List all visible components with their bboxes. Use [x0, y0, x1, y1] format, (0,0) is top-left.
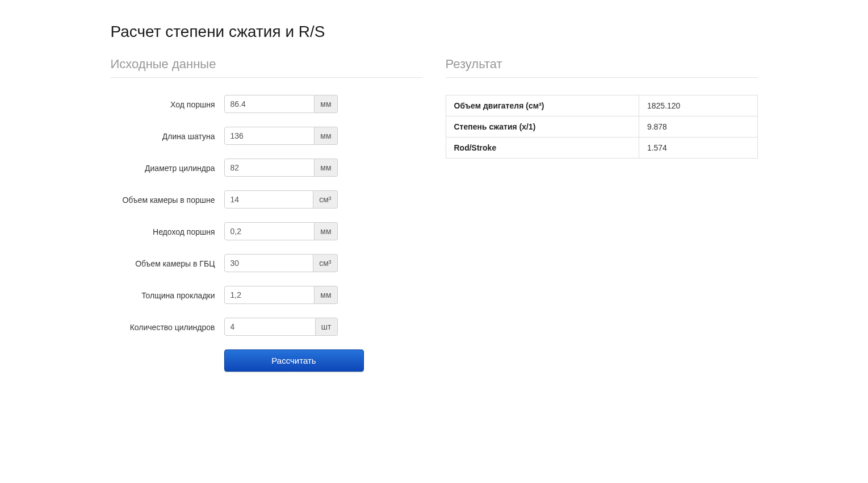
table-row: Степень сжатия (x/1) 9.878 [446, 116, 757, 138]
piston-chamber-input[interactable] [224, 190, 314, 209]
piston-chamber-unit: см³ [313, 190, 337, 209]
bore-label: Диаметр цилиндра [111, 159, 224, 174]
compression-value: 9.878 [639, 116, 757, 138]
deck-clearance-unit: мм [315, 222, 337, 240]
result-table: Объем двигателя (см³) 1825.120 Степень с… [446, 95, 758, 159]
stroke-unit: мм [315, 95, 337, 113]
stroke-label: Ход поршня [111, 95, 224, 111]
input-section-header: Исходные данные [111, 57, 423, 78]
rod-length-label: Длина шатуна [111, 127, 224, 143]
displacement-value: 1825.120 [639, 95, 757, 116]
page-title: Расчет степени сжатия и R/S [111, 23, 758, 41]
table-row: Rod/Stroke 1.574 [446, 138, 757, 159]
compression-label: Степень сжатия (x/1) [446, 116, 639, 138]
gasket-thickness-input[interactable] [224, 286, 315, 304]
rod-stroke-value: 1.574 [639, 138, 757, 159]
result-column: Результат Объем двигателя (см³) 1825.120… [446, 57, 758, 372]
deck-clearance-input[interactable] [224, 222, 315, 240]
input-column: Исходные данные Ход поршня мм Длина шату… [111, 57, 423, 372]
deck-clearance-label: Недоход поршня [111, 222, 224, 238]
stroke-input[interactable] [224, 95, 315, 113]
head-chamber-input[interactable] [224, 254, 314, 272]
rod-length-input[interactable] [224, 127, 315, 145]
bore-input[interactable] [224, 159, 315, 177]
result-section-header: Результат [446, 57, 758, 78]
rod-stroke-label: Rod/Stroke [446, 138, 639, 159]
piston-chamber-label: Объем камеры в поршне [111, 190, 224, 206]
gasket-thickness-label: Толщина прокладки [111, 286, 224, 302]
cylinders-unit: шт [316, 318, 338, 336]
head-chamber-unit: см³ [313, 254, 337, 272]
bore-unit: мм [315, 159, 337, 177]
head-chamber-label: Объем камеры в ГБЦ [111, 254, 224, 270]
table-row: Объем двигателя (см³) 1825.120 [446, 95, 757, 116]
cylinders-label: Количество цилиндров [111, 318, 224, 334]
calculate-button[interactable]: Рассчитать [224, 349, 364, 372]
cylinders-input[interactable] [224, 318, 316, 336]
rod-length-unit: мм [315, 127, 337, 145]
displacement-label: Объем двигателя (см³) [446, 95, 639, 116]
gasket-thickness-unit: мм [315, 286, 337, 304]
